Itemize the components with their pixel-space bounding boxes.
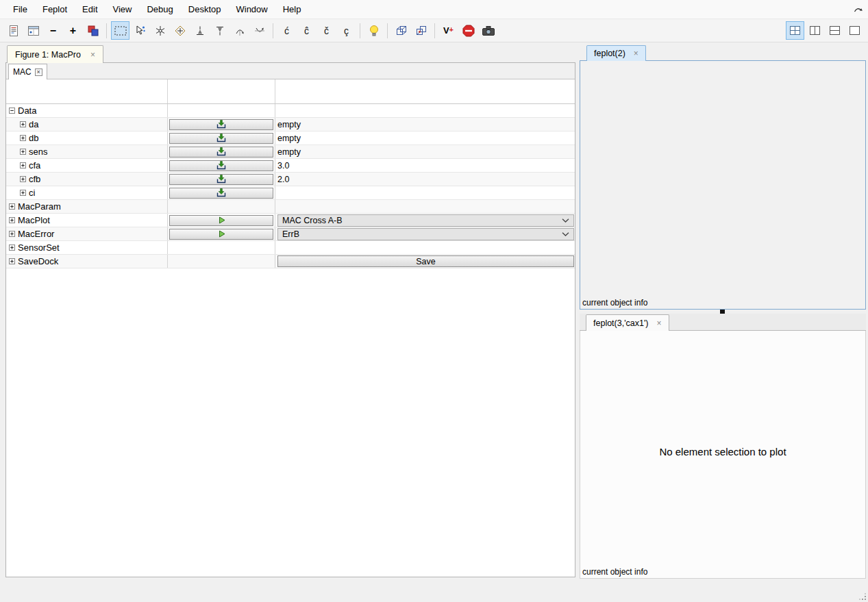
tree-value-cell[interactable]: 2.0 xyxy=(275,173,575,186)
import-button[interactable] xyxy=(169,160,273,171)
feplot2-panel[interactable]: current object info xyxy=(580,60,866,310)
menu-desktop[interactable]: Desktop xyxy=(181,0,229,19)
snapshot-button[interactable] xyxy=(479,21,497,40)
import-icon xyxy=(216,134,226,142)
expand-expander-icon[interactable] xyxy=(9,203,15,210)
colordata-button[interactable] xyxy=(84,21,102,40)
tree-value-cell[interactable] xyxy=(275,186,575,199)
import-button[interactable] xyxy=(169,147,273,158)
channel-last-button[interactable]: ç xyxy=(337,21,356,40)
tab-feplot2[interactable]: feplot(2) × xyxy=(586,45,646,61)
macerror-selector[interactable]: ErrB xyxy=(277,228,574,240)
menu-window[interactable]: Window xyxy=(228,0,275,19)
expand-expander-icon[interactable] xyxy=(9,231,15,237)
tree-value-cell[interactable]: empty xyxy=(275,145,575,158)
expand-expander-icon[interactable] xyxy=(20,176,26,182)
tab-feplot3-cax1[interactable]: feplot(3,'cax1') × xyxy=(586,314,669,331)
cursor-pick-icon xyxy=(135,25,146,36)
tree-row-savedock[interactable]: SaveDock Save xyxy=(6,255,575,268)
import-icon xyxy=(216,120,226,129)
import-button[interactable] xyxy=(169,119,273,130)
tree-value-cell[interactable]: empty xyxy=(275,118,575,131)
expand-expander-icon[interactable] xyxy=(20,121,26,127)
tree-row-cfa[interactable]: cfa 3.0 xyxy=(6,159,575,173)
tree-button-cell xyxy=(168,255,275,268)
align-bottom-button[interactable] xyxy=(190,21,209,40)
tree-row-data[interactable]: Data xyxy=(6,104,575,118)
menu-overflow-icon[interactable] xyxy=(854,5,863,14)
run-button[interactable] xyxy=(169,215,273,226)
rotate-view-button[interactable] xyxy=(230,21,249,40)
dock-layout-buttons xyxy=(785,21,865,40)
tree-name-cell: MacPlot xyxy=(6,214,168,227)
iso-view-button[interactable] xyxy=(412,21,430,40)
tree-row-ci[interactable]: ci xyxy=(6,186,575,200)
layout-grid-button[interactable] xyxy=(786,21,804,40)
expand-expander-icon[interactable] xyxy=(20,190,26,196)
close-icon[interactable]: × xyxy=(90,51,95,59)
node-snap-button[interactable] xyxy=(151,21,169,40)
view-cube-button[interactable] xyxy=(392,21,410,40)
expand-expander-icon[interactable] xyxy=(9,258,15,264)
region-select-button[interactable] xyxy=(111,21,129,40)
expand-expander-icon[interactable] xyxy=(9,244,15,251)
menu-file[interactable]: File xyxy=(5,0,35,19)
macplot-selector[interactable]: MAC Cross A-B xyxy=(277,214,574,227)
no-selection-message: No element selection to plot xyxy=(580,446,865,457)
align-top-button[interactable] xyxy=(210,21,229,40)
expand-expander-icon[interactable] xyxy=(20,162,26,168)
import-button[interactable] xyxy=(169,174,273,185)
close-icon[interactable]: × xyxy=(657,319,662,327)
expand-button[interactable]: + xyxy=(64,21,82,40)
stop-button[interactable] xyxy=(459,21,478,40)
expand-expander-icon[interactable] xyxy=(20,149,26,155)
menu-edit[interactable]: Edit xyxy=(75,0,105,19)
tab-label: feplot(2) xyxy=(594,49,625,58)
tree-value-cell[interactable]: 3.0 xyxy=(275,159,575,172)
layout-rows-button[interactable] xyxy=(826,21,844,40)
close-icon[interactable]: × xyxy=(634,49,638,58)
collapse-expander-icon[interactable] xyxy=(9,108,15,114)
import-button[interactable] xyxy=(169,188,273,199)
close-icon[interactable]: × xyxy=(35,68,42,76)
tree-row-da[interactable]: da empty xyxy=(6,118,575,131)
resize-grip-icon[interactable] xyxy=(859,593,867,601)
tree-row-db[interactable]: db empty xyxy=(6,131,575,145)
tree-value-cell[interactable]: empty xyxy=(275,131,575,145)
collapse-button[interactable]: − xyxy=(44,21,62,40)
expand-expander-icon[interactable] xyxy=(9,217,15,223)
save-button[interactable]: Save xyxy=(277,255,574,267)
tab-figure1-macpro[interactable]: Figure 1: MacPro × xyxy=(7,45,103,63)
menu-feplot[interactable]: Feplot xyxy=(35,0,75,19)
model-properties-button[interactable] xyxy=(4,21,23,40)
tab-mac[interactable]: MAC × xyxy=(8,64,47,79)
orient-button[interactable] xyxy=(171,21,189,40)
node-pick-button[interactable] xyxy=(131,21,149,40)
tree-row-sensorset[interactable]: SensorSet xyxy=(6,241,575,255)
run-button[interactable] xyxy=(169,229,273,240)
tree-value: empty xyxy=(277,120,301,129)
tip-button[interactable] xyxy=(364,21,383,40)
channel-next-button[interactable]: č xyxy=(317,21,336,40)
menu-help[interactable]: Help xyxy=(275,0,309,19)
channel-prev-button[interactable]: ĉ xyxy=(297,21,316,40)
tree-row-sens[interactable]: sens empty xyxy=(6,145,575,159)
expand-expander-icon[interactable] xyxy=(20,135,26,141)
channel-first-button[interactable]: ć xyxy=(277,21,296,40)
menu-debug[interactable]: Debug xyxy=(139,0,180,19)
sweep-view-button[interactable] xyxy=(250,21,269,40)
layout-single-button[interactable] xyxy=(845,21,864,40)
tree-label: SaveDock xyxy=(18,256,58,266)
tree-row-macparam[interactable]: MacParam xyxy=(6,200,575,214)
display-properties-button[interactable] xyxy=(24,21,42,40)
tree-row-cfb[interactable]: cfb 2.0 xyxy=(6,173,575,186)
run-icon xyxy=(217,216,226,225)
import-button[interactable] xyxy=(169,133,273,144)
sweep-arc-icon xyxy=(254,25,265,36)
add-view-button[interactable]: V+ xyxy=(439,21,458,40)
tree-row-macplot[interactable]: MacPlot MAC Cross A-B xyxy=(6,214,575,227)
tree-row-macerror[interactable]: MacError ErrB xyxy=(6,227,575,241)
feplot3-panel[interactable]: No element selection to plot current obj… xyxy=(580,331,866,579)
layout-columns-button[interactable] xyxy=(806,21,824,40)
menu-view[interactable]: View xyxy=(106,0,140,19)
